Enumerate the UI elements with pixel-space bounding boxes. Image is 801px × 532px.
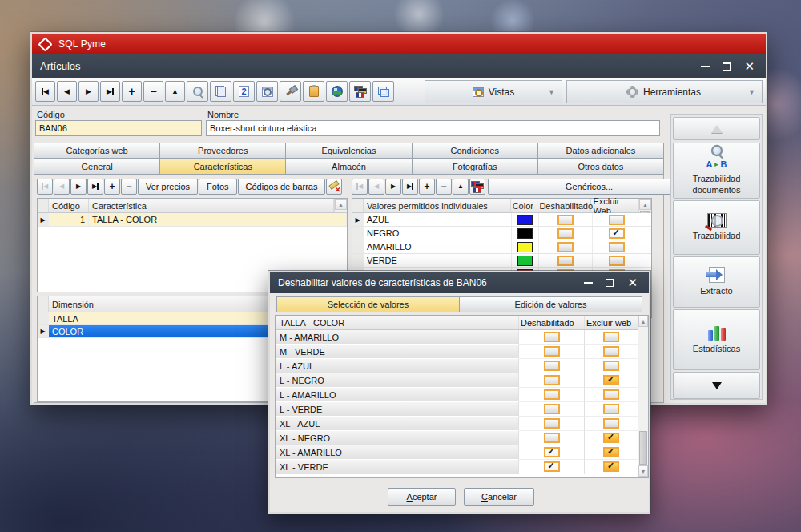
dialog-value-row[interactable]: XL - NEGRO	[276, 431, 638, 445]
refresh-button[interactable]: 2	[233, 81, 255, 102]
excluir-web-checkbox[interactable]	[603, 375, 619, 385]
tab-datos-adicionales[interactable]: Datos adicionales	[538, 143, 664, 159]
close-icon[interactable]: ✕	[744, 62, 755, 71]
excluir-web-checkbox[interactable]	[603, 418, 619, 429]
excluir-web-checkbox[interactable]	[609, 215, 625, 225]
panel-button-códigos-de-barras[interactable]: Códigos de barras	[238, 179, 326, 195]
value-row[interactable]: NEGRO	[352, 227, 651, 240]
nav-add-button[interactable]: +	[122, 81, 142, 102]
nav-next-button[interactable]: ▶	[78, 81, 99, 102]
nombre-field[interactable]: Boxer-short cintura elástica	[206, 120, 660, 136]
nav-last-button[interactable]: ▶	[402, 179, 418, 195]
nav-up-button[interactable]: ▲	[165, 81, 185, 102]
clipboard-button[interactable]	[303, 81, 324, 102]
column-header[interactable]: Característica	[89, 199, 334, 212]
tab-condiciones[interactable]: Condiciones	[413, 143, 538, 159]
deshabilitado-checkbox[interactable]	[544, 375, 560, 385]
translations-button[interactable]	[469, 179, 485, 195]
tab-fotografías[interactable]: Fotografías	[413, 159, 538, 175]
tab-características[interactable]: Características	[160, 159, 286, 175]
column-header[interactable]: Excluir Web	[591, 199, 638, 212]
nav-first-button[interactable]: ◀	[35, 81, 55, 102]
excluir-web-checkbox[interactable]	[603, 346, 619, 357]
delete-marker-button[interactable]	[326, 179, 342, 195]
column-header[interactable]: Valores permitidos individuales	[364, 199, 511, 212]
nav-remove-button[interactable]: −	[143, 81, 163, 102]
excluir-web-checkbox[interactable]	[609, 256, 625, 266]
scroll-up-icon[interactable]: ▲	[639, 199, 651, 210]
tab-otros-datos[interactable]: Otros datos	[538, 159, 664, 175]
excluir-web-checkbox[interactable]	[603, 361, 619, 371]
deshabilitado-checkbox[interactable]	[544, 404, 560, 414]
dialog-value-row[interactable]: L - VERDE	[276, 402, 638, 417]
nav-next-button[interactable]: ▶	[70, 179, 87, 195]
column-header[interactable]: Color	[511, 199, 538, 212]
dialog-value-row[interactable]: XL - AZUL	[276, 417, 638, 431]
vistas-dropdown[interactable]: Vistas ▼	[425, 80, 562, 103]
deshabilitado-checkbox[interactable]	[544, 433, 560, 443]
panel-button-ver-precios[interactable]: Ver precios	[138, 179, 198, 195]
aceptar-button[interactable]: Aceptar	[388, 488, 456, 506]
restore-icon[interactable]	[723, 62, 731, 71]
deshabilitado-checkbox[interactable]	[544, 346, 560, 357]
cancelar-button[interactable]: Cancelar	[464, 488, 534, 506]
nav-last-button[interactable]: ▶	[100, 81, 120, 102]
excluir-web-checkbox[interactable]	[603, 447, 619, 457]
column-header[interactable]: Deshabilitado	[519, 316, 585, 329]
nav-first-button[interactable]: ◀	[37, 179, 53, 195]
scrollbar-thumb[interactable]	[639, 431, 647, 465]
value-row[interactable]: AMARILLO	[352, 240, 651, 254]
tab-general[interactable]: General	[34, 159, 160, 175]
deshabilitado-checkbox[interactable]	[544, 418, 560, 429]
nav-prev-button[interactable]: ◀	[54, 179, 70, 195]
nav-next-button[interactable]: ▶	[385, 179, 401, 195]
globe-button[interactable]	[326, 81, 348, 102]
deshabilitado-checkbox[interactable]	[544, 389, 560, 400]
scroll-actions-down-button[interactable]	[673, 372, 760, 399]
tab-equivalencias[interactable]: Equivalencias	[286, 143, 412, 159]
scroll-up-icon[interactable]: ▲	[335, 199, 347, 210]
excluir-web-checkbox[interactable]	[603, 461, 619, 472]
panel-button-fotos[interactable]: Fotos	[199, 179, 237, 195]
trazabilidad-documentos-button[interactable]: A►B Trazabilidad documentos	[673, 143, 760, 199]
value-row[interactable]: ▶AZUL	[352, 213, 651, 227]
dialog-tab-edición-de-valores[interactable]: Edición de valores	[460, 296, 642, 312]
nav-add-button[interactable]: +	[419, 179, 435, 195]
trazabilidad-button[interactable]: Trazabilidad	[673, 200, 760, 255]
scroll-down-icon[interactable]: ▼	[638, 466, 648, 477]
scroll-up-icon[interactable]: ▲	[638, 316, 648, 327]
dialog-value-row[interactable]: L - AMARILLO	[276, 388, 638, 402]
minimize-icon[interactable]	[701, 66, 710, 67]
nav-remove-button[interactable]: −	[436, 179, 452, 195]
deshabilitado-checkbox[interactable]	[544, 461, 560, 472]
excluir-web-checkbox[interactable]	[603, 332, 619, 342]
deshabilitado-checkbox[interactable]	[557, 242, 574, 252]
excluir-web-checkbox[interactable]	[609, 228, 625, 239]
column-header[interactable]: Excluir web	[585, 316, 638, 329]
excluir-web-checkbox[interactable]	[603, 404, 619, 414]
dialog-value-row[interactable]: M - VERDE	[276, 345, 638, 359]
dialog-value-row[interactable]: XL - AMARILLO	[276, 445, 638, 460]
column-header[interactable]: Deshabilitado	[537, 199, 591, 212]
tab-categorías-web[interactable]: Categorías web	[34, 143, 160, 159]
estadisticas-button[interactable]: Estadísticas	[673, 309, 760, 370]
dialog-value-row[interactable]: L - AZUL	[276, 359, 638, 373]
dialog-value-row[interactable]: XL - VERDE	[276, 460, 638, 474]
column-header[interactable]: TALLA - COLOR	[276, 316, 519, 329]
table-row[interactable]: ▶1TALLA - COLOR	[38, 213, 347, 227]
deshabilitado-checkbox[interactable]	[544, 361, 560, 371]
deshabilitado-checkbox[interactable]	[557, 228, 574, 239]
copy-button[interactable]	[210, 81, 231, 102]
genericos-button[interactable]: Genéricos...	[488, 179, 690, 195]
scroll-actions-up-button[interactable]	[673, 117, 760, 140]
nav-up-button[interactable]: ▲	[453, 179, 469, 195]
restore-icon[interactable]	[606, 279, 614, 287]
dialog-tab-selección-de-valores[interactable]: Selección de valores	[276, 296, 460, 312]
nav-prev-button[interactable]: ◀	[368, 179, 384, 195]
deshabilitado-checkbox[interactable]	[557, 215, 574, 225]
close-icon[interactable]: ✕	[627, 279, 638, 287]
flags-button[interactable]	[349, 81, 371, 102]
deshabilitado-checkbox[interactable]	[544, 447, 560, 457]
deshabilitado-checkbox[interactable]	[544, 332, 560, 342]
tab-almacén[interactable]: Almacén	[286, 159, 412, 175]
